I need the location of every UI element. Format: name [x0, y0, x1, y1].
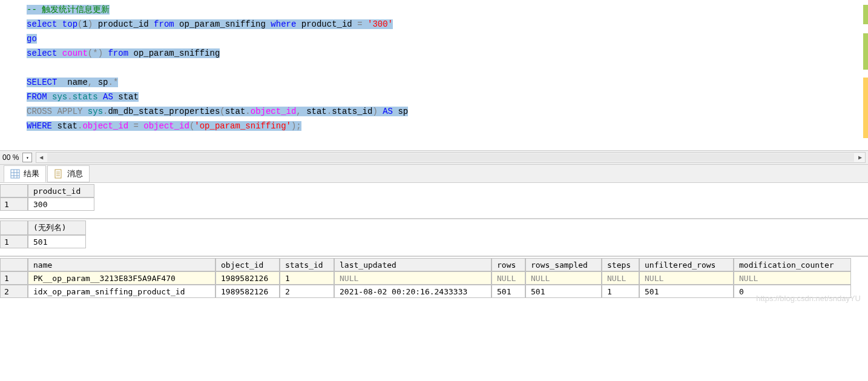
- change-markers: [857, 0, 868, 150]
- row-header-blank[interactable]: [0, 220, 28, 235]
- cell-rows-sampled[interactable]: NULL: [525, 271, 602, 285]
- kw-from: from: [154, 19, 174, 29]
- zoom-dropdown[interactable]: ▾: [22, 153, 32, 162]
- col: name: [57, 78, 87, 87]
- col-header-object-id[interactable]: object_id: [215, 258, 280, 271]
- zoom-level: 00 %: [2, 153, 19, 162]
- fn-count: count: [62, 48, 88, 58]
- col-header-last-updated[interactable]: last_updated: [334, 258, 492, 271]
- scroll-right-icon[interactable]: ▶: [855, 154, 865, 161]
- comma: ,: [88, 78, 93, 87]
- dot: .: [108, 78, 113, 87]
- cell-name[interactable]: PK__op_param__3213E83F5A9AF470: [28, 271, 215, 285]
- cell-unfiltered-rows[interactable]: 501: [639, 285, 734, 298]
- fn: dm_db_stats_properties: [108, 107, 220, 116]
- col-header-modification-counter[interactable]: modification_counter: [734, 258, 851, 271]
- cell[interactable]: 501: [28, 235, 86, 248]
- cell-rows[interactable]: 501: [492, 285, 525, 298]
- col-header[interactable]: product_id: [28, 184, 94, 197]
- cell-name[interactable]: idx_op_param_sniffing_product_id: [28, 285, 215, 298]
- kw-from: FROM: [27, 92, 47, 102]
- kw-as: AS: [378, 107, 393, 116]
- kw-cross: CROSS: [27, 107, 52, 116]
- tab-results[interactable]: 结果: [4, 165, 46, 182]
- alias: sp: [393, 107, 408, 116]
- schema: sys: [52, 92, 67, 102]
- col-header-name[interactable]: name: [28, 258, 215, 271]
- col-header-steps[interactable]: steps: [602, 258, 639, 271]
- row-number[interactable]: 1: [0, 271, 28, 285]
- fn: object_id: [143, 121, 189, 131]
- star: *: [113, 78, 118, 87]
- table-row[interactable]: 1 PK__op_param__3213E83F5A9AF470 1989582…: [0, 271, 868, 285]
- row-number[interactable]: 1: [0, 197, 28, 211]
- table-row[interactable]: 2 idx_op_param_sniffing_product_id 19895…: [0, 285, 868, 298]
- space: [82, 107, 87, 116]
- grid-icon: [10, 169, 20, 179]
- tab-label: 结果: [24, 168, 39, 179]
- cell-last-updated[interactable]: NULL: [334, 271, 492, 285]
- string-literal: '300': [367, 19, 393, 29]
- literal: 1: [82, 19, 87, 29]
- row-header-blank[interactable]: [0, 258, 28, 271]
- schema: sys: [88, 107, 103, 116]
- table: op_param_sniffing: [128, 48, 220, 58]
- cell[interactable]: 300: [28, 197, 94, 211]
- kw-select: SELECT: [27, 78, 57, 87]
- cell-unfiltered-rows[interactable]: NULL: [639, 271, 734, 285]
- semicolon: ;: [296, 121, 301, 131]
- horizontal-scrollbar[interactable]: ◀ ▶: [36, 152, 866, 163]
- kw-from: from: [108, 48, 128, 58]
- tab-label: 消息: [67, 168, 83, 179]
- result-set-3: name object_id stats_id last_updated row…: [0, 257, 868, 305]
- col: stats_id: [332, 107, 372, 116]
- col: object_id: [251, 107, 297, 116]
- cell-object-id[interactable]: 1989582126: [215, 271, 280, 285]
- cell-rows[interactable]: NULL: [492, 271, 525, 285]
- col-header-rows-sampled[interactable]: rows_sampled: [525, 258, 602, 271]
- alias: stat: [225, 107, 246, 116]
- code-comment: -- 触发统计信息更新: [27, 5, 110, 15]
- cell-last-updated[interactable]: 2021-08-02 00:20:16.2433333: [334, 285, 492, 298]
- result-set-2: (无列名) 1 501: [0, 219, 868, 256]
- cell-rows-sampled[interactable]: 501: [525, 285, 602, 298]
- alias: sp: [93, 78, 108, 87]
- space: [363, 19, 367, 29]
- scroll-thumb[interactable]: [47, 153, 854, 162]
- result-set-1: product_id 1 300: [0, 183, 868, 218]
- cell-object-id[interactable]: 1989582126: [215, 285, 280, 298]
- kw-where: where: [271, 19, 296, 29]
- document-icon: [54, 169, 64, 179]
- kw-go: go: [27, 34, 37, 44]
- paren: ): [98, 48, 103, 58]
- cell-modification-counter[interactable]: 0: [734, 285, 851, 298]
- alias: stat: [113, 92, 139, 102]
- cell-stats-id[interactable]: 2: [280, 285, 334, 298]
- zoom-bar: 00 % ▾ ◀ ▶: [0, 150, 868, 165]
- paren: ): [372, 107, 377, 116]
- alias: stat: [301, 107, 327, 116]
- col-header-unfiltered-rows[interactable]: unfiltered_rows: [639, 258, 734, 271]
- col-header[interactable]: (无列名): [28, 220, 86, 235]
- svg-rect-0: [11, 170, 19, 178]
- op-eq: =: [133, 121, 138, 131]
- row-number[interactable]: 1: [0, 235, 28, 248]
- table: op_param_sniffing: [174, 19, 271, 29]
- dot: .: [327, 107, 332, 116]
- tab-messages[interactable]: 消息: [47, 165, 90, 182]
- col-header-stats-id[interactable]: stats_id: [280, 258, 334, 271]
- sql-editor[interactable]: -- 触发统计信息更新 select top(1) product_id fro…: [0, 0, 868, 150]
- cell-steps[interactable]: NULL: [602, 271, 639, 285]
- row-number[interactable]: 2: [0, 285, 28, 298]
- cell-stats-id[interactable]: 1: [280, 271, 334, 285]
- cell-steps[interactable]: 1: [602, 285, 639, 298]
- results-tabs: 结果 消息: [0, 165, 868, 183]
- kw-select: select: [27, 48, 57, 58]
- kw-select: select: [27, 19, 57, 29]
- string-literal: 'op_param_sniffing': [194, 121, 291, 131]
- col-header-rows[interactable]: rows: [492, 258, 525, 271]
- scroll-left-icon[interactable]: ◀: [36, 154, 46, 161]
- row-header-blank[interactable]: [0, 184, 28, 197]
- cell-modification-counter[interactable]: NULL: [734, 271, 851, 285]
- kw-apply: APPLY: [57, 107, 82, 116]
